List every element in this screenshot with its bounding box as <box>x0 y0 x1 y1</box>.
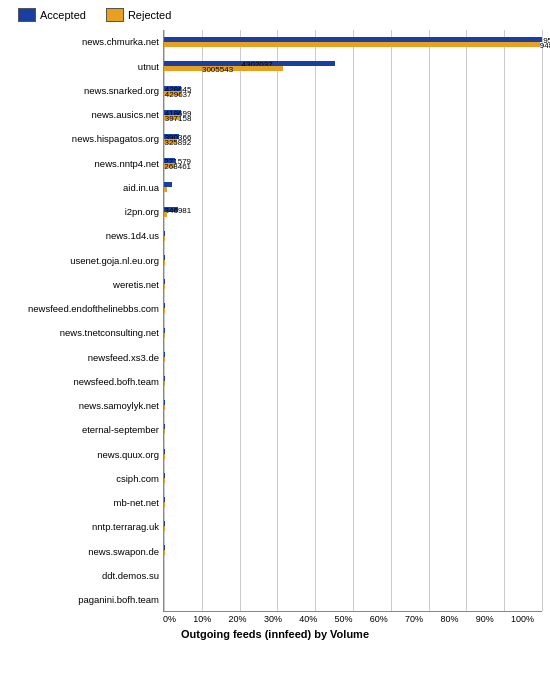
bar-row: 418699397158 <box>164 108 542 122</box>
y-label: weretis.net <box>8 280 159 290</box>
bar-rejected: 397158 <box>164 115 180 120</box>
bar-group <box>164 374 542 388</box>
bar-rejected <box>164 502 165 507</box>
bar-row <box>164 180 542 194</box>
bar-group: 346981 <box>164 205 542 219</box>
bar-row <box>164 592 542 606</box>
y-label: newsfeed.bofh.team <box>8 377 159 387</box>
bar-rejected <box>164 429 165 434</box>
x-axis-tick: 100% <box>511 614 534 624</box>
y-label: eternal-september <box>8 425 159 435</box>
bar-rejected <box>164 284 165 289</box>
bar-group <box>164 543 542 557</box>
y-label: news.hispagatos.org <box>8 134 159 144</box>
bar-row: 271579268461 <box>164 156 542 170</box>
bar-group: 428645429637 <box>164 84 542 98</box>
y-label: aid.in.ua <box>8 183 159 193</box>
bar-rejected <box>164 357 165 362</box>
bar-rejected: 325892 <box>164 139 177 144</box>
bar-row <box>164 277 542 291</box>
rejected-value: 9487382 <box>540 41 550 50</box>
bar-rejected: 9487382 <box>164 42 540 47</box>
x-axis-tick: 20% <box>229 614 247 624</box>
bar-group <box>164 301 542 315</box>
x-axis-tick: 0% <box>163 614 176 624</box>
y-label: mb-net.net <box>8 498 159 508</box>
x-axis-tick: 30% <box>264 614 282 624</box>
y-label: news.ausics.net <box>8 110 159 120</box>
y-label: newsfeed.xs3.de <box>8 353 159 363</box>
bar-rejected: 3005543 <box>164 66 283 71</box>
y-label: news.chmurka.net <box>8 37 159 47</box>
bar-row <box>164 326 542 340</box>
bar-group: 390366325892 <box>164 132 542 146</box>
bar-row <box>164 374 542 388</box>
bar-group: 418699397158 <box>164 108 542 122</box>
bars-area: 9528671948738243020373005543428645429637… <box>163 30 542 612</box>
grid-line <box>542 30 543 611</box>
bar-rejected <box>164 187 167 192</box>
x-axis-labels: 0%10%20%30%40%50%60%70%80%90%100% <box>8 614 542 624</box>
bar-group <box>164 277 542 291</box>
bar-group <box>164 568 542 582</box>
rejected-value: 3005543 <box>202 65 233 74</box>
bar-rejected <box>164 550 165 555</box>
bar-rejected: 268461 <box>164 163 175 168</box>
bar-group <box>164 350 542 364</box>
accepted-label: Accepted <box>40 9 86 21</box>
bar-row <box>164 471 542 485</box>
bar-rejected <box>164 526 165 531</box>
bar-rejected: 429637 <box>164 91 181 96</box>
x-axis-tick: 90% <box>476 614 494 624</box>
y-label: ddt.demos.su <box>8 571 159 581</box>
y-label: news.quux.org <box>8 450 159 460</box>
bar-row: 43020373005543 <box>164 59 542 73</box>
bar-rejected <box>164 478 165 483</box>
legend-rejected: Rejected <box>106 8 171 22</box>
y-label: utnut <box>8 62 159 72</box>
bar-row <box>164 398 542 412</box>
y-label: nntp.terrarag.uk <box>8 522 159 532</box>
bar-group <box>164 519 542 533</box>
bar-group <box>164 422 542 436</box>
bar-group <box>164 592 542 606</box>
bar-rejected <box>164 454 165 459</box>
bar-group <box>164 253 542 267</box>
rejected-value: 325892 <box>164 138 191 147</box>
bar-row <box>164 519 542 533</box>
bar-row: 95286719487382 <box>164 35 542 49</box>
y-label: news.nntp4.net <box>8 159 159 169</box>
x-axis-title: Outgoing feeds (innfeed) by Volume <box>8 628 542 640</box>
bar-row: 390366325892 <box>164 132 542 146</box>
x-axis-tick: 40% <box>299 614 317 624</box>
bar-group <box>164 398 542 412</box>
bar-rejected <box>164 236 165 241</box>
x-axis-tick: 80% <box>440 614 458 624</box>
bar-group <box>164 471 542 485</box>
chart-container: Accepted Rejected news.chmurka.netutnutn… <box>0 0 550 680</box>
y-label: csiph.com <box>8 474 159 484</box>
bar-group <box>164 326 542 340</box>
x-axis-tick: 60% <box>370 614 388 624</box>
rejected-value: 268461 <box>164 162 191 171</box>
x-axis-tick: 10% <box>193 614 211 624</box>
bar-row: 346981 <box>164 205 542 219</box>
y-label: i2pn.org <box>8 207 159 217</box>
x-axis-tick: 50% <box>334 614 352 624</box>
accepted-color-box <box>18 8 36 22</box>
bar-rejected <box>164 308 165 313</box>
rejected-label: Rejected <box>128 9 171 21</box>
bar-rejected <box>164 333 165 338</box>
y-label: news.snarked.org <box>8 86 159 96</box>
bar-row: 428645429637 <box>164 84 542 98</box>
bar-row <box>164 350 542 364</box>
bar-row <box>164 301 542 315</box>
bar-group: 95286719487382 <box>164 35 542 49</box>
bar-group: 271579268461 <box>164 156 542 170</box>
rejected-value: 429637 <box>165 90 192 99</box>
bar-row <box>164 543 542 557</box>
bar-row <box>164 495 542 509</box>
legend: Accepted Rejected <box>8 8 542 22</box>
y-label: news.samoylyk.net <box>8 401 159 411</box>
rejected-value: 397158 <box>165 114 192 123</box>
